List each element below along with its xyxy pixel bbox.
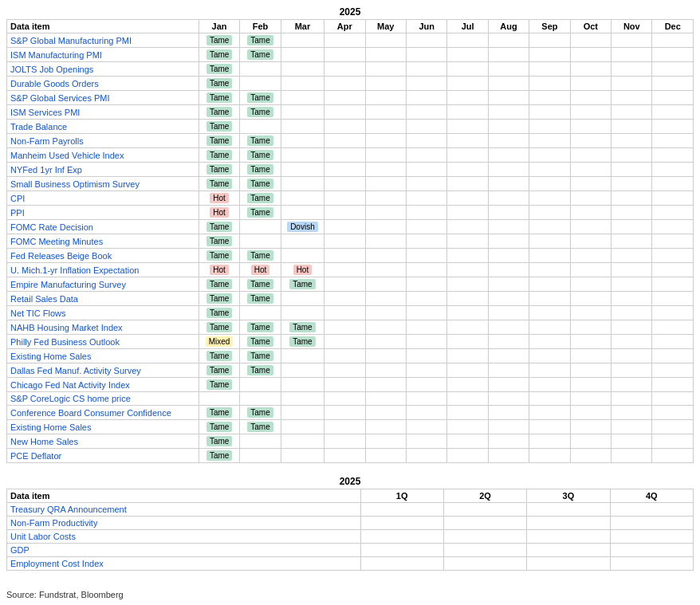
source-text: Source: Fundstrat, Bloomberg — [6, 590, 694, 599]
month-cell-jun — [406, 177, 446, 191]
month-cell-dec — [652, 320, 694, 335]
month-cell-may — [365, 48, 406, 62]
month-cell-apr — [324, 120, 365, 134]
month-cell-jun — [406, 134, 446, 148]
month-cell-feb: Tame — [240, 320, 281, 335]
data-item-cell: Conference Board Consumer Confidence — [7, 406, 199, 420]
data-item-cell: NAHB Housing Market Index — [7, 320, 199, 335]
month-cell-feb: Tame — [240, 163, 281, 177]
month-cell-nov — [612, 434, 652, 449]
month-cell-may — [365, 191, 406, 206]
month-cell-jun — [406, 277, 446, 292]
data-item-cell: Manheim Used Vehicle Index — [7, 148, 199, 163]
month-cell-jan: Tame — [199, 120, 239, 134]
table-row: Existing Home SalesTameTame — [7, 420, 694, 434]
month-cell-sep — [529, 33, 570, 48]
month-cell-mar — [281, 378, 324, 392]
month-cell-apr — [324, 392, 365, 406]
month-cell-apr — [324, 449, 365, 463]
badge: Hot — [210, 265, 229, 275]
month-cell-oct — [570, 206, 611, 220]
quarter-cell-4q — [610, 557, 693, 571]
data-item-cell: S&P Global Manufacturing PMI — [7, 33, 199, 48]
quarter-cell-4q — [610, 530, 693, 544]
table-row: S&P Global Manufacturing PMITameTame — [7, 33, 694, 48]
month-cell-jan: Tame — [199, 91, 239, 105]
table-header: Data item Jan Feb Mar Apr May Jun Jul Au… — [7, 20, 694, 33]
month-cell-sep — [529, 349, 570, 363]
month-cell-jan: Tame — [199, 33, 239, 48]
quarter-cell-2q — [443, 557, 526, 571]
badge: Tame — [247, 207, 273, 218]
month-cell-may — [365, 91, 406, 105]
month-cell-mar: Tame — [281, 320, 324, 335]
month-cell-jan: Mixed — [199, 335, 239, 349]
month-cell-feb: Tame — [240, 363, 281, 378]
month-cell-dec — [652, 306, 694, 320]
quarter-cell-4q — [610, 517, 693, 530]
month-cell-apr — [324, 306, 365, 320]
month-cell-nov — [612, 177, 652, 191]
month-cell-dec — [652, 91, 694, 105]
month-cell-feb: Tame — [240, 249, 281, 263]
month-cell-apr — [324, 234, 365, 249]
month-cell-sep — [529, 277, 570, 292]
badge: Tame — [206, 64, 232, 74]
year-header: 2025 — [6, 6, 694, 18]
month-cell-jan: Tame — [199, 320, 239, 335]
month-cell-may — [365, 220, 406, 234]
month-cell-jan: Tame — [199, 234, 239, 249]
month-cell-jul — [447, 420, 488, 434]
month-cell-dec — [652, 62, 694, 77]
month-cell-apr — [324, 105, 365, 120]
table-row: PCE DeflatorTame — [7, 449, 694, 463]
month-cell-nov — [612, 449, 652, 463]
quarter-cell-3q — [527, 530, 610, 544]
month-cell-nov — [612, 292, 652, 306]
quarter-cell-1q — [360, 503, 443, 517]
month-cell-sep — [529, 134, 570, 148]
month-cell-oct — [570, 378, 611, 392]
month-cell-aug — [488, 378, 529, 392]
month-cell-jun — [406, 363, 446, 378]
month-cell-sep — [529, 148, 570, 163]
month-cell-feb: Tame — [240, 134, 281, 148]
month-cell-mar: Tame — [281, 277, 324, 292]
month-cell-mar — [281, 120, 324, 134]
month-cell-mar — [281, 91, 324, 105]
table-row: Non-Farm PayrollsTameTame — [7, 134, 694, 148]
quarterly-table-row: Unit Labor Costs — [7, 530, 694, 544]
month-cell-may — [365, 148, 406, 163]
table-row: Net TIC FlowsTame — [7, 306, 694, 320]
col-may: May — [365, 20, 406, 33]
data-item-cell: Retail Sales Data — [7, 292, 199, 306]
quarter-cell-3q — [527, 557, 610, 571]
month-cell-nov — [612, 148, 652, 163]
badge: Tame — [247, 322, 273, 332]
month-cell-jan — [199, 392, 239, 406]
month-cell-nov — [612, 134, 652, 148]
quarter-cell-1q — [360, 544, 443, 557]
month-cell-aug — [488, 77, 529, 91]
table-row: Trade BalanceTame — [7, 120, 694, 134]
data-item-cell: NYFed 1yr Inf Exp — [7, 163, 199, 177]
month-cell-apr — [324, 434, 365, 449]
table-row: Durable Goods OrdersTame — [7, 77, 694, 91]
month-cell-oct — [570, 406, 611, 420]
quarterly-data-item-cell: Unit Labor Costs — [7, 530, 361, 544]
month-cell-oct — [570, 77, 611, 91]
month-cell-jan: Hot — [199, 191, 239, 206]
month-cell-jun — [406, 120, 446, 134]
month-cell-aug — [488, 148, 529, 163]
month-cell-aug — [488, 406, 529, 420]
month-cell-nov — [612, 77, 652, 91]
month-cell-may — [365, 420, 406, 434]
month-cell-may — [365, 234, 406, 249]
data-item-cell: Existing Home Sales — [7, 420, 199, 434]
month-cell-mar — [281, 148, 324, 163]
badge: Tame — [206, 107, 232, 117]
month-cell-dec — [652, 349, 694, 363]
month-cell-sep — [529, 177, 570, 191]
month-cell-mar — [281, 134, 324, 148]
month-cell-jul — [447, 363, 488, 378]
